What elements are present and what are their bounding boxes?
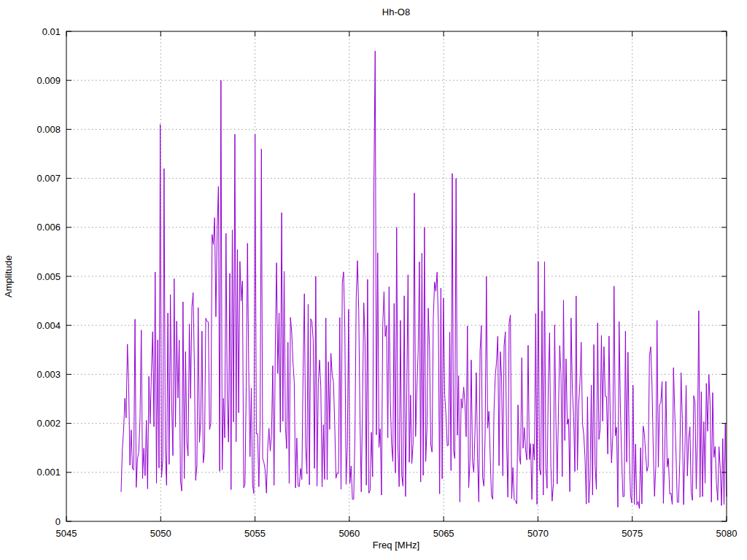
y-tick-label: 0.003 — [36, 369, 61, 380]
y-tick-label: 0.001 — [36, 467, 61, 478]
x-tick-label: 5060 — [338, 528, 360, 539]
y-tick-label: 0.005 — [36, 271, 61, 282]
x-tick-label: 5065 — [433, 528, 454, 539]
y-tick-label: 0.01 — [42, 26, 61, 37]
spectrum-line — [121, 51, 727, 509]
y-tick-label: 0.004 — [36, 320, 61, 331]
chart-canvas: 5045505050555060506550705075508000.0010.… — [0, 0, 747, 560]
x-tick-label: 5055 — [244, 528, 266, 539]
series — [121, 51, 727, 509]
x-axis-label: Freq [MHz] — [373, 540, 419, 551]
y-tick-label: 0.008 — [36, 124, 61, 135]
y-tick-label: 0.009 — [36, 75, 61, 86]
x-tick-label: 5080 — [716, 528, 738, 539]
chart: 5045505050555060506550705075508000.0010.… — [0, 0, 747, 560]
x-tick-label: 5050 — [150, 528, 171, 539]
y-tick-label: 0.006 — [36, 222, 61, 233]
x-tick-label: 5070 — [527, 528, 549, 539]
y-tick-label: 0 — [55, 516, 61, 527]
y-axis-label: Amplitude — [3, 255, 14, 298]
chart-title: Hh-O8 — [382, 7, 410, 18]
x-tick-label: 5045 — [56, 528, 77, 539]
x-tick-label: 5075 — [622, 528, 643, 539]
y-tick-label: 0.002 — [36, 418, 61, 429]
y-tick-label: 0.007 — [36, 173, 61, 184]
